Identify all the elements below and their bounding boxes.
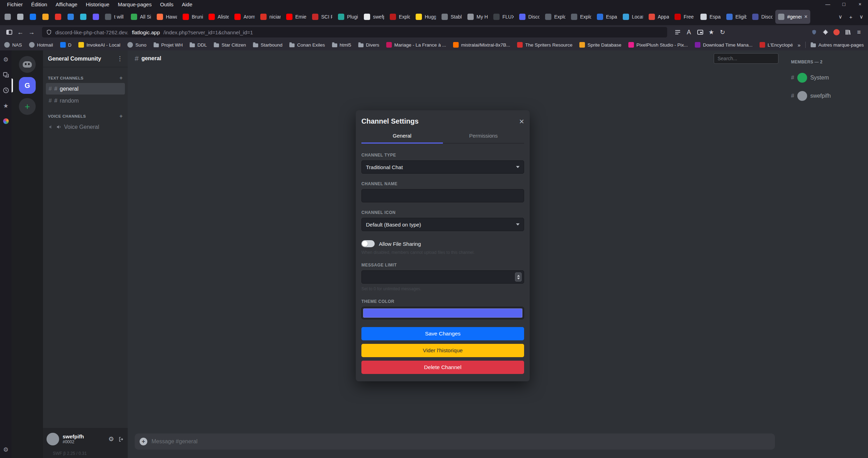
channel-type-select[interactable]: Traditional Chat [361,160,524,174]
delete-channel-button[interactable]: Delete Channel [361,361,524,374]
modal-close-icon[interactable]: × [519,117,524,126]
bookmark-item[interactable]: mistralai/Mixtral-8x7B... [453,42,510,48]
active-tab[interactable]: #gener × [775,10,810,24]
pinned-tab[interactable] [39,10,52,24]
browser-tab[interactable]: Plugin [335,10,361,24]
browser-tab[interactable]: Hawa [154,10,180,24]
browser-tab[interactable]: Explo [387,10,413,24]
bookmark-item[interactable]: Divers [358,42,379,48]
url-bar[interactable]: discord-like-php-chat-7262.dev.flatlogic… [42,27,667,37]
extensions-puzzle-icon[interactable] [820,27,831,38]
menu-item[interactable]: Fichier [3,1,26,8]
bookmark-item[interactable]: Suno [127,42,147,48]
browser-tab[interactable]: My Ha [465,10,491,24]
menu-hamburger-icon[interactable]: ≡ [853,27,865,38]
history-clock-icon[interactable] [2,87,9,94]
library-icon[interactable] [842,27,853,38]
bookmarks-star-icon[interactable]: ★ [2,102,9,109]
browser-tab[interactable]: niciar [257,10,283,24]
browser-tab[interactable]: Appar [646,10,672,24]
close-icon[interactable]: × [852,1,868,7]
minimize-icon[interactable]: — [820,1,836,7]
browser-tab[interactable]: Espace cli [594,10,620,24]
pinned-tab[interactable] [1,10,14,24]
menu-item[interactable]: Affichage [52,1,81,8]
logout-icon[interactable] [118,436,124,442]
browser-tab[interactable]: t will [102,10,128,24]
menu-item[interactable]: Marque-pages [114,1,155,8]
tab-overflow-icon[interactable]: ∨ [856,14,867,20]
browser-tab[interactable]: Espace ab [698,10,724,24]
profile-avatar[interactable] [831,27,842,38]
reader-view-icon[interactable] [672,27,683,38]
voice-channel-item[interactable]: Voice General [46,121,125,133]
bookmark-item[interactable]: InvokeAI - Local [78,42,120,48]
spinner-down-icon[interactable] [517,278,520,279]
other-bookmarks-button[interactable]: Autres marque-pages [811,42,864,48]
add-voice-channel-icon[interactable]: + [119,113,123,119]
menu-item[interactable]: Outils [156,1,177,8]
browser-tab[interactable]: Hugg [413,10,439,24]
bookmark-star-icon[interactable]: ★ [706,27,717,38]
tab-close-icon[interactable]: × [804,14,807,20]
bookmark-item[interactable]: L'Encyclopédie Fantast... [760,42,793,48]
number-spinner[interactable] [515,272,522,282]
pinned-tab[interactable] [27,10,39,24]
pinned-tab[interactable] [64,10,77,24]
search-input[interactable] [714,53,778,64]
back-icon[interactable]: ← [15,27,26,38]
menu-item[interactable]: Historique [82,1,113,8]
palette-extension-icon[interactable] [2,118,9,125]
sidebar-settings-gear-icon[interactable]: ⚙ [2,446,9,453]
bookmark-item[interactable]: PixelPlush Studio - Pix... [628,42,688,48]
shield-icon[interactable] [46,29,52,35]
bookmark-item[interactable]: Download Time Mana... [695,42,753,48]
browser-tab[interactable]: Bruni [180,10,206,24]
browser-tab[interactable]: Eligib [724,10,749,24]
pinned-tab[interactable] [77,10,90,24]
channel-icon-select[interactable]: Default (Based on type) [361,218,524,231]
message-limit-input[interactable] [361,270,524,284]
bookmark-item[interactable]: Mariage - La France à ... [386,42,446,48]
browser-tab[interactable]: SCI R [309,10,335,24]
bookmark-item[interactable]: DDL [190,42,207,48]
bookmarks-overflow-icon[interactable]: » [798,42,800,48]
pinned-tab[interactable] [14,10,27,24]
home-discord-button[interactable] [19,56,36,73]
bookmark-item[interactable]: D [60,42,72,48]
maximize-icon[interactable]: □ [836,1,852,7]
bookmark-item[interactable]: NAS [4,42,22,48]
bookmark-item[interactable]: Starbound [253,42,282,48]
tab-permissions[interactable]: Permissions [443,133,524,143]
member-item[interactable]: # swefpifh [791,91,865,101]
user-settings-gear-icon[interactable]: ⚙ [108,435,114,443]
forward-icon[interactable]: → [26,27,37,38]
translate-icon[interactable]: A [683,27,694,38]
layers-icon[interactable] [2,71,9,78]
bookmark-item[interactable]: The Spriters Resource [517,42,572,48]
server-menu-icon[interactable]: ⋮ [117,55,123,62]
server-icon-general[interactable]: G [19,77,36,94]
browser-tab[interactable]: All Si [128,10,154,24]
file-sharing-toggle[interactable] [361,240,375,247]
browser-tab[interactable]: Alister [206,10,232,24]
save-changes-button[interactable]: Save Changes [361,327,524,340]
browser-tab[interactable]: Free [672,10,698,24]
bookmark-item[interactable]: Hotmail [29,42,53,48]
browser-tab[interactable]: Explo [542,10,568,24]
pinned-tab[interactable] [90,10,102,24]
refresh-icon[interactable]: ↻ [717,27,728,38]
add-text-channel-icon[interactable]: + [119,75,123,81]
attach-plus-icon[interactable]: + [140,438,147,445]
new-tab-button[interactable]: + [846,14,856,20]
sidebar-toggle-icon[interactable] [3,27,15,38]
member-item[interactable]: # System [791,73,865,83]
browser-tab[interactable]: Arom [232,10,257,24]
picture-in-picture-icon[interactable] [694,27,706,38]
tracking-shield-icon[interactable] [809,27,820,38]
bookmark-item[interactable]: Projet WH [154,42,183,48]
theme-color-picker[interactable] [361,307,524,319]
bookmark-item[interactable]: Star Citizen [214,42,246,48]
browser-tab[interactable]: Stable [439,10,465,24]
browser-tab[interactable]: Explo [568,10,594,24]
